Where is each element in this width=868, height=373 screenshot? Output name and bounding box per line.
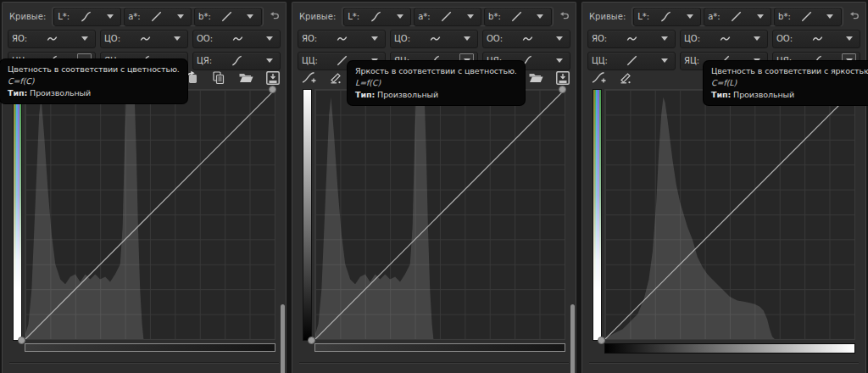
curve-type-icon [609,33,655,44]
dropdown-label: L*: [348,12,359,21]
reset-icon[interactable] [558,11,570,22]
curve-type-icon [214,55,260,66]
dropdown-label: ЦО: [394,34,410,43]
curve-type-icon [319,33,365,44]
curve-type-icon [142,11,171,22]
dropdown-a-star[interactable]: a*: [124,8,192,26]
tooltip-title: Яркость в соответствии с цветностью. [355,65,517,77]
chevron-down-icon [682,9,697,24]
reset-icon[interactable] [268,11,281,22]
curve-type-icon [651,11,681,22]
chevron-down-icon [552,53,566,68]
curve-editor-grid[interactable] [314,89,565,340]
scrollbar[interactable] [281,304,285,373]
chevron-down-icon [103,9,117,24]
dropdown-label: a*: [708,12,721,21]
dropdown-l-star[interactable]: L*: [53,8,121,26]
dropdown-ts-o[interactable]: ЦО: [680,30,768,48]
dropdown-a-star[interactable]: a*: [414,8,481,26]
tooltip-type: Тип:Произвольный [8,87,180,99]
dropdown-label: ЯО: [592,34,607,43]
open-folder-icon[interactable] [526,70,545,86]
tooltip-formula: L=f(C) [355,77,517,89]
curve-type-icon [213,11,242,22]
dropdown-ya-o[interactable]: ЯО: [8,30,96,48]
dropdown-label: L*: [58,12,70,21]
dropdown-o-o[interactable]: ОО: [482,30,570,48]
tooltip-formula: C=f(L) [711,77,868,89]
curve-type-icon [71,11,101,22]
dropdown-label: a*: [418,12,431,21]
dropdown-label: ЯО: [12,34,27,43]
dropdown-label: b*: [488,12,501,21]
curve-handle-top-right[interactable] [559,86,566,93]
curve-handle-top-right[interactable] [269,86,276,93]
dropdown-ya-o[interactable]: ЯО: [298,30,386,48]
divider [9,362,279,364]
tooltip-title: Цветность в соответствии с цветностью. [8,64,180,75]
lab-curves-panel-lc: Кривые: L*: a*: b*: ЯО: [292,2,576,373]
curve-type-icon [503,11,531,22]
chevron-down-icon [262,31,276,46]
curves-row: ЯО: ЦО: ОО: [587,29,860,48]
curve-editor-grid[interactable] [25,89,275,340]
save-icon[interactable] [554,70,572,86]
dropdown-label: b*: [778,12,791,21]
chevron-down-icon [243,9,258,24]
dropdown-ts-o[interactable]: ЦО: [390,30,478,48]
vertical-gradient-bar [303,89,312,341]
reset-icon[interactable] [848,11,860,22]
dropdown-ya-o[interactable]: ЯО: [587,30,676,48]
pencil-icon[interactable] [616,70,635,86]
dropdown-o-o[interactable]: ОО: [192,30,281,48]
dropdown-label: ЦЦ: [302,56,318,65]
tooltip-title: Цветность в соответствии с яркостью. [711,65,868,77]
dropdown-label: ЦО: [684,34,700,43]
horizontal-gradient-bar [604,343,855,354]
chevron-down-icon [392,9,407,24]
curves-label: Кривые: [587,12,627,21]
edit-point-icon[interactable] [299,70,318,86]
dropdown-label: ЯО: [302,34,317,43]
chevron-down-icon [533,9,548,24]
dropdown-l-star[interactable]: L*: [343,8,411,26]
curve-editor-grid[interactable] [604,89,855,340]
curve-diagonal [25,90,275,339]
curves-label: Кривые: [298,12,337,21]
edit-point-icon[interactable] [589,70,608,86]
lab-curve-group: L*: a*: b*: [52,7,264,26]
curve-diagonal [315,90,565,339]
curve-type-icon [793,11,821,22]
chevron-down-icon [753,9,767,24]
chevron-down-icon [170,31,184,46]
chevron-down-icon [367,31,381,46]
curve-type-icon [122,33,168,44]
curve-type-icon [29,33,75,44]
divider [589,362,859,364]
chevron-down-icon [657,31,671,46]
open-folder-icon[interactable] [236,70,255,86]
chevron-down-icon [823,9,837,24]
vertical-gradient-bar [593,89,602,341]
dropdown-label: ОО: [487,34,503,43]
tooltip-cl: Цветность в соответствии с яркостью. C=f… [704,61,868,105]
dropdown-b-star[interactable]: b*: [484,8,552,26]
dropdown-a-star[interactable]: a*: [704,8,771,26]
chevron-down-icon [657,53,671,68]
dropdown-l-star[interactable]: L*: [633,8,701,26]
scrollbar[interactable] [570,304,575,373]
dropdown-ts-o[interactable]: ЦО: [100,30,188,48]
dropdown-o-o[interactable]: ОО: [772,30,860,48]
pencil-icon[interactable] [326,70,345,86]
save-icon[interactable] [264,70,282,86]
lab-curves-panel-cl: Кривые: L*: a*: b*: ЯО: [581,2,866,373]
dropdown-label: ОО: [776,34,793,43]
chevron-down-icon [552,31,566,46]
lab-curve-group: L*: a*: b*: [342,7,554,26]
dropdown-label: L*: [637,12,649,21]
dropdown-b-star[interactable]: b*: [774,8,842,26]
dropdown-b-star[interactable]: b*: [194,8,262,26]
copy-icon[interactable] [209,70,228,86]
dropdown-label: ЯЦ: [684,56,699,65]
dropdown-label: ЦЯ: [197,56,212,65]
